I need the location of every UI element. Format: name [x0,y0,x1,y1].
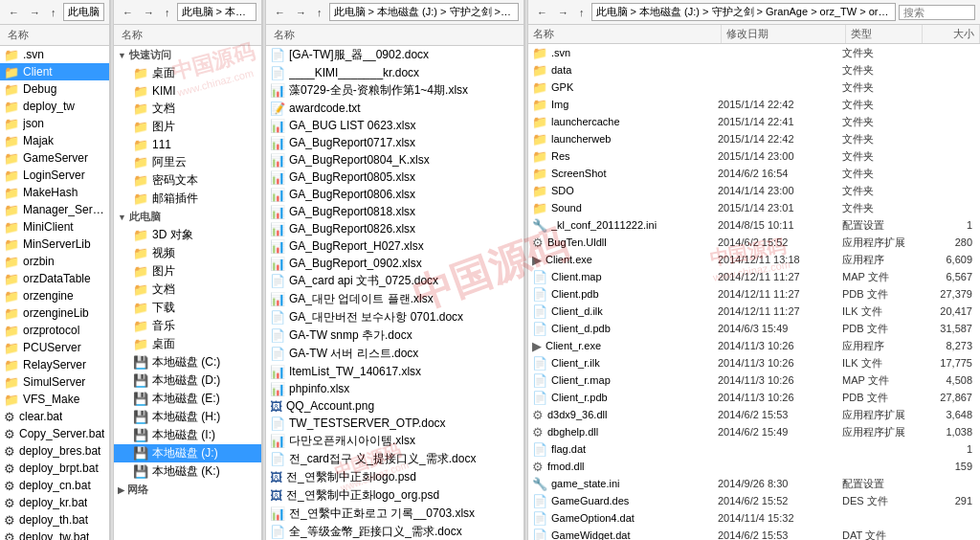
address-path-mid-left[interactable]: 此电脑 > 本地磁盘 (J:) > 守护之剑 [177,3,257,21]
quick-access-item[interactable]: 📁桌面 [114,64,261,82]
table-row[interactable]: 📁 Img 2015/1/14 22:42 文件夹 [528,96,980,113]
list-item[interactable]: 📊GA_BugReport_H027.xlsx [266,237,523,255]
list-item[interactable]: 📁orzengineLib [0,304,109,322]
system-folder-item[interactable]: 📁下载 [114,299,261,317]
table-row[interactable]: 📄 Client_r.map 2014/11/3 10:26 MAP 文件 4,… [528,371,980,389]
list-item[interactable]: 📁Majak [0,132,109,149]
list-item[interactable]: 📄GA_대만버전 보수사항 0701.docx [266,308,523,326]
list-item[interactable]: 📊phpinfo.xlsx [266,380,523,397]
nav-folder-item[interactable]: 📁阿里云 [114,153,261,171]
this-computer-header[interactable]: ▼此电脑 [114,208,261,226]
table-row[interactable]: 📄 Client.pdb 2014/12/11 11:27 PDB 文件 27,… [528,285,980,303]
table-row[interactable]: ⚙ dbghelp.dll 2014/6/2 15:49 应用程序扩展 1,03… [528,423,980,440]
nav-tree[interactable]: ▼快速访问📁桌面📁KIMI📁文档📁图片📁111📁阿里云📁密码文本📁邮箱插件▼此电… [114,46,261,540]
table-row[interactable]: 📄 Client_d.pdb 2014/6/3 15:49 PDB 文件 31,… [528,320,980,337]
nav-back-mid-left[interactable]: ← [119,5,137,20]
list-item[interactable]: 📁RelayServer [0,356,109,373]
drive-item[interactable]: 💾本地磁盘 (J:) [114,444,261,462]
list-item[interactable]: 📊GA_BUG LIST 0623.xlsx [266,117,523,134]
list-item[interactable]: 📁GameServer [0,149,109,167]
table-row[interactable]: 📁 SDO 2014/1/14 23:00 文件夹 [528,182,980,199]
list-item[interactable]: ⚙clear.bat [0,408,109,425]
table-row[interactable]: 📄 Client_r.pdb 2014/11/3 10:26 PDB 文件 27… [528,389,980,406]
table-row[interactable]: 📄 flag.dat 1 [528,440,980,458]
list-item[interactable]: 📁.svn [0,46,109,63]
list-item[interactable]: ⚙deploy_tw.bat [0,529,109,540]
list-item[interactable]: 📄GA-TW 서버 리스트.docx [266,345,523,363]
list-item[interactable]: 📁orzbin [0,253,109,270]
nav-forward-mid-center[interactable]: → [292,5,310,20]
list-item[interactable]: ⚙deploy_kr.bat [0,494,109,511]
list-item[interactable]: 📄____KIMI_______kr.docx [266,64,523,81]
col-header-size[interactable]: 大小 [923,25,980,43]
nav-up-left[interactable]: ↑ [47,5,60,20]
list-item[interactable]: 📁orzprotocol [0,322,109,339]
nav-forward-left[interactable]: → [26,5,44,20]
list-item[interactable]: 📁Manager_Server [0,201,109,218]
list-item[interactable]: 📁Debug [0,80,109,98]
list-item[interactable]: 📄[GA-TW]服_器__0902.docx [266,46,523,64]
drive-item[interactable]: 💾本地磁盘 (K:) [114,462,261,481]
list-item[interactable]: 📄GA_card api 文书_0725.docx [266,272,523,290]
col-header-date[interactable]: 修改日期 [722,25,846,43]
table-row[interactable]: 📄 GameGuard.des 2014/6/2 15:52 DES 文件 29… [528,492,980,509]
system-folder-item[interactable]: 📁桌面 [114,335,261,353]
list-item[interactable]: 📁orzengine [0,287,109,304]
table-row[interactable]: 📁 Sound 2015/1/14 23:01 文件夹 [528,199,980,216]
nav-up-mid-left[interactable]: ↑ [161,5,174,20]
list-item[interactable]: 📊GA_BugReport0804_K.xlsx [266,151,523,169]
list-item[interactable]: ⚙Copy_Server.bat [0,425,109,442]
list-item[interactable]: 🖼QQ_Account.png [266,397,523,415]
quick-access-header[interactable]: ▼快速访问 [114,46,261,64]
list-item[interactable]: 📊GA_BugReport0717.xlsx [266,134,523,151]
list-item[interactable]: 📁orzDataTable [0,270,109,287]
file-list-mid-center[interactable]: 📄[GA-TW]服_器__0902.docx📄____KIMI_______kr… [266,46,523,540]
list-item[interactable]: 📁VFS_Make [0,391,109,408]
list-item[interactable]: 📊GA_BugReport0818.xlsx [266,203,523,220]
list-item[interactable]: 📁MakeHash [0,184,109,201]
address-path-left[interactable]: 此电脑 [63,3,105,21]
list-item[interactable]: 📊ItemList_TW_140617.xlsx [266,363,523,380]
list-item[interactable]: 📁MiniClient [0,218,109,236]
drive-item[interactable]: 💾本地磁盘 (I:) [114,426,261,444]
address-path-right[interactable]: 此电脑 > 本地磁盘 (J:) > 守护之剑 > GranAge > orz_T… [591,3,897,21]
table-row[interactable]: 🔧 game_state.ini 2014/9/26 8:30 配置设置 [528,475,980,492]
nav-up-right[interactable]: ↑ [575,5,589,20]
search-input-right[interactable] [899,5,975,20]
list-item[interactable]: 📊GA_BugReport_0902.xlsx [266,255,523,272]
nav-folder-item[interactable]: 📁密码文本 [114,171,261,190]
list-item[interactable]: 📄전_card접구 义_提接口义_需求.docx [266,450,523,468]
list-item[interactable]: 🖼전_연繫制中正화logo_org.psd [266,486,523,505]
nav-back-left[interactable]: ← [5,5,23,20]
nav-up-mid-center[interactable]: ↑ [313,5,326,20]
list-item[interactable]: 📁MinServerLib [0,236,109,253]
network-header[interactable]: ▶网络 [114,481,261,499]
file-list-left[interactable]: 📁.svn📁Client📁Debug📁deploy_tw📁json📁Majak📁… [0,46,109,540]
list-item[interactable]: 📁json [0,115,109,132]
list-item[interactable]: 📁SimulServer [0,373,109,391]
system-folder-item[interactable]: 📁3D 对象 [114,226,261,244]
table-row[interactable]: 📁 launcherweb 2015/1/14 22:42 文件夹 [528,130,980,147]
list-item[interactable]: 📄TW_TESTSERVER_OTP.docx [266,415,523,432]
nav-back-right[interactable]: ← [533,5,551,20]
system-folder-item[interactable]: 📁音乐 [114,317,261,335]
list-item[interactable]: 📝awardcode.txt [266,100,523,117]
quick-access-item[interactable]: 📁KIMI [114,82,261,100]
drive-item[interactable]: 💾本地磁盘 (H:) [114,408,261,426]
list-item[interactable]: 📊GA_대만 업데이트 플랜.xlsx [266,290,523,308]
table-row[interactable]: ⚙ fmod.dll 159 [528,458,980,475]
table-row[interactable]: 📄 Client.map 2014/12/11 11:27 MAP 文件 6,5… [528,268,980,285]
col-header-name[interactable]: 名称 [528,25,722,43]
table-row[interactable]: 📁 data 文件夹 [528,61,980,79]
list-item[interactable]: 📁deploy_tw [0,98,109,115]
nav-folder-item[interactable]: 📁邮箱插件 [114,190,261,208]
table-row[interactable]: 📄 GameOption4.dat 2014/11/4 15:32 [528,509,980,527]
system-folder-item[interactable]: 📁图片 [114,262,261,281]
table-row[interactable]: 📁 launchercache 2015/1/14 22:41 文件夹 [528,113,980,130]
table-row[interactable]: 🔧 _kl_conf_20111222.ini 2014/8/15 10:11 … [528,216,980,234]
table-row[interactable]: 📄 Client_d.ilk 2014/12/11 11:27 ILK 文件 2… [528,303,980,320]
nav-back-mid-center[interactable]: ← [271,5,289,20]
address-path-mid-center[interactable]: 此电脑 > 本地磁盘 (J:) > 守护之剑 > Gra... [329,3,520,21]
table-row[interactable]: ▶ Client_r.exe 2014/11/3 10:26 应用程序 8,27… [528,337,980,354]
table-row[interactable]: 📄 GameWidget.dat 2014/6/2 15:53 DAT 文件 [528,527,980,540]
